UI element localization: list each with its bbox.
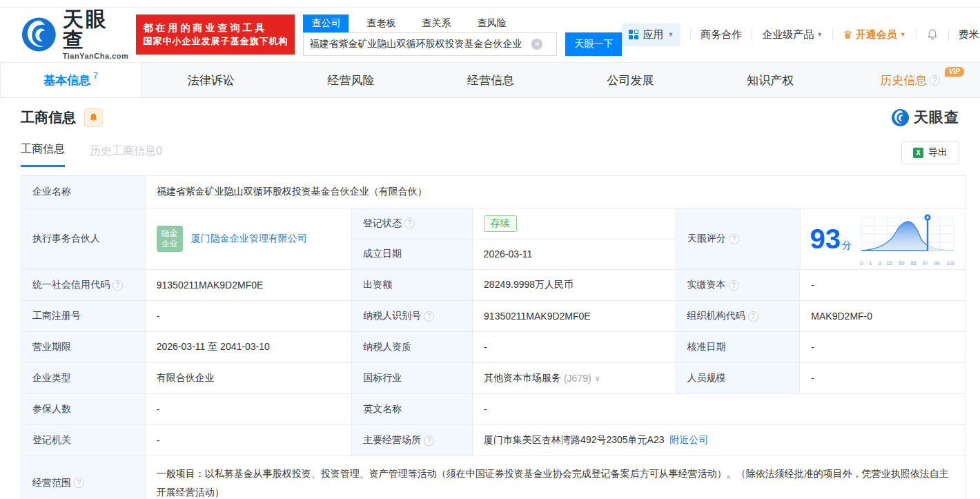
subtab-history-business-info[interactable]: 历史工商信息0 [90, 144, 162, 167]
partner-avatar: 隐金 企业 [157, 226, 183, 252]
chevron-down-icon: ▼ [900, 31, 906, 38]
help-icon[interactable]: ? [112, 280, 123, 291]
help-icon[interactable]: ? [729, 234, 739, 244]
english-name-label: 英文名称 [352, 394, 473, 424]
company-type-label: 企业类型 [21, 363, 146, 393]
paid-capital-value: - [800, 270, 966, 300]
user-menu[interactable]: 费米 ▼ [959, 28, 980, 41]
subtab-business-info[interactable]: 工商信息 [21, 142, 65, 167]
watermark-logo: 天眼查 [891, 108, 959, 127]
search-tab-relation[interactable]: 查关系 [413, 14, 459, 32]
registration-number-label: 工商注册号 [21, 301, 146, 331]
chevron-down-icon: ▼ [667, 31, 674, 38]
industry-code: (J679) [564, 373, 591, 384]
status-badge: 存续 [484, 215, 517, 232]
subtab-row: 工商信息 历史工商信息0 X 导出 [21, 141, 959, 167]
search-input[interactable] [304, 34, 531, 55]
company-name-label: 企业名称 [21, 176, 146, 208]
divider [832, 29, 833, 40]
search-box[interactable]: ✕ [303, 32, 557, 56]
capital-value: 28249.9998万人民币 [473, 270, 676, 300]
approval-date-value: - [800, 332, 966, 362]
help-icon[interactable]: ? [404, 218, 415, 228]
tab-operation-risk[interactable]: 经营风险 [281, 63, 421, 97]
search-tabs: 查公司 查老板 查关系 查风险 [303, 13, 622, 32]
header-right-nav: 应用 ▼ 商务合作 企业级产品 ▼ ♛ 开通会员 ▼ 费米 ▼ [622, 23, 980, 46]
table-row: 工商注册号 - 纳税人识别号? 91350211MAK9D2MF0E 组织机构代… [21, 301, 966, 332]
apps-menu[interactable]: 应用 ▼ [622, 23, 680, 46]
org-code-value: MAK9D2MF-0 [800, 301, 966, 331]
brand-slogan-banner: 都在用的商业查询工具 国家中小企业发展子基金旗下机构 [136, 14, 295, 54]
table-row: 执行事务合伙人 隐金 企业 厦门隐金企业管理有限公司 登记状态? 存续 [21, 208, 966, 270]
business-cooperation-link[interactable]: 商务合作 [700, 28, 742, 41]
establish-date-value: 2026-03-11 [473, 239, 676, 270]
executive-partner-value: 隐金 企业 厦门隐金企业管理有限公司 [146, 208, 352, 269]
search-tab-company[interactable]: 查公司 [303, 14, 349, 32]
notification-bell-icon[interactable] [926, 28, 939, 41]
section-title: 工商信息 [21, 108, 76, 127]
help-icon[interactable]: ? [930, 75, 940, 86]
status-date-subtable: 登记状态? 存续 成立日期 2026-03-11 [352, 208, 676, 269]
score-unit: 分 [842, 239, 852, 251]
search-button[interactable]: 天眼一下 [565, 32, 622, 56]
table-row: 经营范围? 一般项目：以私募基金从事股权投资、投资管理、资产管理等活动（须在中国… [21, 456, 966, 499]
tab-history-info-label: 历史信息 [880, 72, 927, 88]
registration-status-label: 登记状态? [352, 208, 473, 239]
partner-company-link[interactable]: 厦门隐金企业管理有限公司 [191, 233, 307, 245]
chevron-down-icon[interactable]: ∨ [595, 374, 600, 383]
vip-badge: VIP [945, 67, 964, 77]
tab-history-info[interactable]: VIP 历史信息 ? [840, 63, 980, 97]
export-label: 导出 [928, 146, 948, 159]
help-icon[interactable]: ? [74, 478, 84, 488]
crown-icon: ♛ [843, 28, 852, 41]
search-tab-risk[interactable]: 查风险 [469, 14, 514, 32]
uscc-value: 91350211MAK9D2MF0E [146, 270, 353, 300]
export-button[interactable]: X 导出 [901, 141, 959, 164]
chevron-down-icon: ▼ [816, 31, 823, 38]
apps-label: 应用 [643, 28, 663, 41]
business-address-label: 主要经营场所? [352, 425, 473, 456]
logo-title: 天眼查 [63, 9, 130, 50]
logo-subtitle: TianYanCha.com [63, 52, 130, 60]
score-number: 93 [810, 224, 841, 254]
table-row: 参保人数 - 英文名称 - [21, 394, 966, 425]
tab-intellectual-property[interactable]: 知识产权 [700, 63, 841, 97]
registration-authority-value: - [146, 425, 353, 456]
tab-operation-info[interactable]: 经营信息 [421, 63, 561, 97]
tianyan-score-value[interactable]: 93分 [801, 208, 966, 269]
tianyancha-logo[interactable]: 天眼查 TianYanCha.com [21, 9, 129, 60]
divider [948, 29, 949, 40]
divider [916, 29, 917, 40]
orange-bell-icon [88, 112, 99, 123]
tianyan-score-label: 天眼评分? [676, 208, 801, 269]
enterprise-product-menu[interactable]: 企业级产品 ▼ [762, 28, 823, 41]
open-vip-menu[interactable]: ♛ 开通会员 ▼ [843, 28, 905, 41]
tab-company-development[interactable]: 公司发展 [560, 63, 700, 97]
company-type-value: 有限合伙企业 [146, 363, 353, 393]
taxpayer-id-value: 91350211MAK9D2MF0E [473, 301, 676, 331]
search-tab-boss[interactable]: 查老板 [358, 14, 404, 32]
business-scope-label: 经营范围? [21, 456, 146, 499]
username: 费米 [959, 28, 979, 41]
business-info-section: 工商信息 天眼查 工商信息 历史工商信息0 X 导出 企业名称 [0, 98, 980, 499]
divider [752, 29, 752, 40]
industry-value[interactable]: 其他资本市场服务 (J679) ∨ [473, 363, 676, 393]
english-name-value: - [473, 394, 966, 424]
help-icon[interactable]: ? [748, 311, 758, 322]
watermark-logo-icon [891, 108, 910, 127]
insured-count-value: - [146, 394, 353, 424]
tab-legal-litigation[interactable]: 法律诉讼 [141, 63, 282, 97]
help-icon[interactable]: ? [729, 280, 739, 291]
insured-count-label: 参保人数 [21, 394, 146, 424]
apps-grid-icon [629, 30, 638, 39]
nearby-companies-link[interactable]: 附近公司 [669, 434, 708, 447]
org-code-label: 组织机构代码? [676, 301, 801, 331]
monitor-bell-button[interactable] [84, 108, 103, 127]
table-row: 统一社会信用代码? 91350211MAK9D2MF0E 出资额 28249.9… [21, 270, 966, 301]
help-icon[interactable]: ? [424, 436, 434, 446]
company-name-value: 福建省紫金矿业隐山双循环股权投资基金合伙企业（有限合伙） [146, 176, 966, 208]
tab-basic-info[interactable]: 基本信息 7 [0, 63, 141, 97]
clear-search-icon[interactable]: ✕ [531, 39, 542, 50]
banner-line2: 国家中小企业发展子基金旗下机构 [143, 35, 288, 48]
help-icon[interactable]: ? [424, 311, 434, 322]
